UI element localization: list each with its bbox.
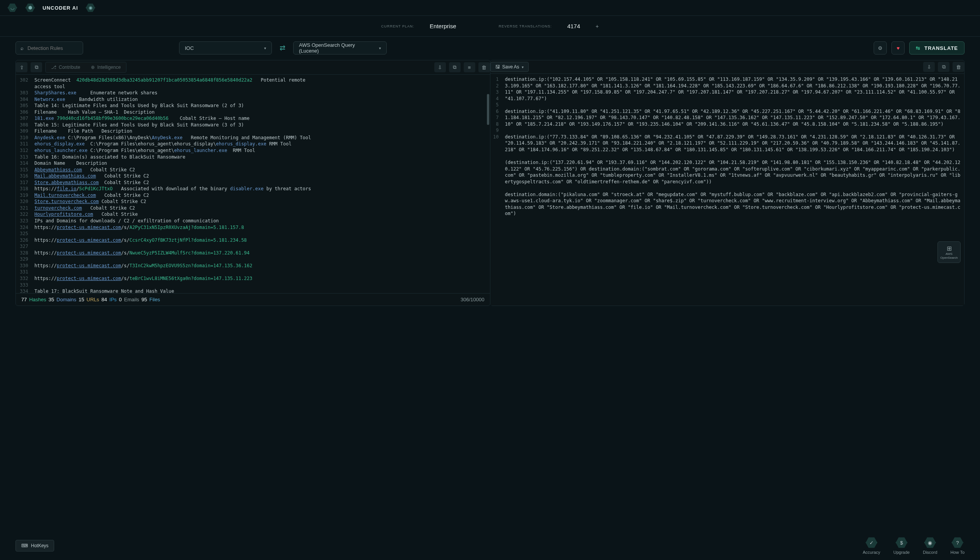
controls-row: ⌕ IOC ▾ ⇄ AWS OpenSearch Query (Lucene) …	[15, 41, 965, 55]
plan-label: Current Plan:	[381, 24, 414, 28]
intelligence-tab[interactable]: ⊕Intelligence	[85, 62, 126, 72]
translate-icon: ⇆	[916, 45, 920, 51]
status-bar: 77 Hashes 35 Domains 15 URLs 84 IPs 0 Em…	[16, 293, 490, 306]
scan-icon: ⊞	[947, 245, 952, 252]
right-panel: 🖫 Save As ▾ ⇩ ⧉ 🗑 12345678910 destinatio…	[490, 60, 965, 306]
upload-button[interactable]: ⇪	[16, 62, 27, 72]
heart-icon: ♥	[896, 45, 900, 51]
gear-icon: ⚙	[878, 45, 883, 51]
right-editor[interactable]: 12345678910 destination.ip:("102.157.44.…	[490, 74, 965, 306]
settings-button[interactable]: ⚙	[874, 41, 887, 55]
swap-icon[interactable]: ⇄	[280, 44, 285, 52]
layers-button[interactable]: ⧉	[31, 62, 42, 72]
line-gutter: 12345678910	[490, 74, 502, 306]
chevron-down-icon: ▾	[264, 46, 266, 50]
target-dropdown[interactable]: AWS OpenSearch Query (Lucene) ▾	[293, 41, 387, 55]
globe-icon: ⊕	[91, 65, 95, 70]
search-icon: ⌕	[20, 45, 24, 51]
delete-button[interactable]: 🗑	[953, 62, 964, 72]
how-to-button[interactable]: ?How To	[951, 537, 965, 555]
upload-icon: ⇪	[20, 65, 24, 70]
filter-button[interactable]: ≡	[464, 62, 475, 72]
add-button[interactable]: +	[596, 23, 599, 29]
files-label[interactable]: Files	[149, 297, 160, 302]
emails-label[interactable]: Emails	[124, 297, 139, 302]
chevron-down-icon: ▾	[379, 46, 381, 50]
reverse-label: Reverse Translations:	[499, 24, 551, 28]
target-dropdown-label: AWS OpenSearch Query (Lucene)	[299, 42, 371, 54]
trash-icon: 🗑	[956, 64, 961, 70]
upgrade-button[interactable]: $Upgrade	[893, 537, 910, 555]
right-tabs: 🖫 Save As ▾ ⇩ ⧉ 🗑	[490, 60, 965, 74]
keyboard-icon: ⌨	[21, 543, 28, 548]
delete-button[interactable]: 🗑	[478, 62, 490, 72]
brand-name: UNCODER AI	[43, 5, 78, 11]
save-as-button[interactable]: 🖫 Save As ▾	[490, 62, 529, 72]
save-icon: 🖫	[495, 64, 500, 70]
download-button[interactable]: ⇩	[434, 62, 446, 72]
line-gutter: 302 303304305306307308309310311312313314…	[16, 75, 31, 293]
source-dropdown-label: IOC	[185, 45, 194, 51]
copy-icon: ⧉	[453, 64, 456, 70]
accuracy-button[interactable]: ✓Accuracy	[863, 537, 880, 555]
left-editor[interactable]: 302 303304305306307308309310311312313314…	[16, 75, 490, 293]
code-content: ScreenConnect 420db48d28d389d3dba3245abb…	[31, 75, 490, 293]
domains-label[interactable]: Domains	[56, 297, 76, 302]
branch-icon: ⎇	[51, 65, 56, 70]
download-icon: ⇩	[438, 65, 442, 70]
top-bar: ◡ ⬢ UNCODER AI ◉	[0, 0, 980, 16]
copy-button[interactable]: ⧉	[938, 62, 949, 72]
avatar-icon[interactable]: ◡	[7, 2, 18, 13]
reverse-value: 4174	[567, 23, 580, 29]
ips-label[interactable]: IPs	[109, 297, 117, 302]
plan-bar: Current Plan: Enterprise Reverse Transla…	[0, 16, 980, 37]
contribute-tab[interactable]: ⎇Contribute	[46, 62, 85, 72]
copy-button[interactable]: ⧉	[449, 62, 461, 72]
chevron-down-icon: ▾	[522, 65, 524, 69]
hotkeys-button[interactable]: ⌨ HotKeys	[15, 540, 54, 551]
layers-icon: ⧉	[35, 64, 38, 70]
code-content: destination.ip:("102.157.44.105" OR "105…	[502, 74, 965, 306]
scrollbar[interactable]	[487, 94, 489, 125]
left-panel: ⇪ ⧉ ⎇Contribute ⊕Intelligence ⇩ ⧉ ≡ 🗑 30…	[15, 60, 490, 306]
search-box[interactable]: ⌕	[15, 41, 83, 55]
bottom-bar: ⌨ HotKeys ✓Accuracy$Upgrade◉Discord?How …	[15, 537, 965, 555]
favorite-button[interactable]: ♥	[891, 41, 905, 55]
translate-label: TRANSLATE	[924, 45, 958, 51]
download-button[interactable]: ⇩	[923, 62, 935, 72]
discord-button[interactable]: ◉Discord	[923, 537, 937, 555]
search-input[interactable]	[27, 45, 92, 51]
plan-value: Enterprise	[430, 23, 456, 29]
aws-opensearch-badge[interactable]: ⊞ AWS OpenSearch	[937, 241, 961, 263]
download-icon: ⇩	[927, 64, 931, 70]
source-dropdown[interactable]: IOC ▾	[179, 41, 272, 55]
brand-icon[interactable]: ⬢	[25, 2, 36, 13]
urls-label[interactable]: URLs	[87, 297, 99, 302]
char-counter: 306/10000	[461, 297, 484, 302]
translate-button[interactable]: ⇆ TRANSLATE	[909, 41, 965, 55]
filter-icon: ≡	[468, 65, 471, 70]
left-tabs: ⇪ ⧉ ⎇Contribute ⊕Intelligence ⇩ ⧉ ≡ 🗑	[16, 60, 490, 75]
trash-icon: 🗑	[481, 65, 487, 70]
hashes-label[interactable]: Hashes	[29, 297, 46, 302]
copy-icon: ⧉	[942, 64, 946, 70]
robot-icon[interactable]: ◉	[85, 2, 96, 13]
